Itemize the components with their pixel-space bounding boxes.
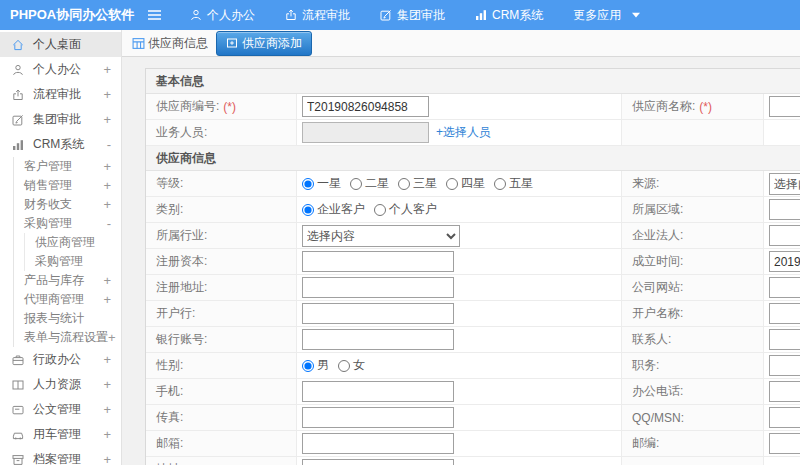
sidebar-item-workflow-approval[interactable]: 流程审批+: [0, 82, 121, 107]
level-radio-option[interactable]: 五星: [494, 175, 533, 192]
expand-icon[interactable]: +: [103, 377, 111, 392]
supplier-code-input[interactable]: [302, 96, 429, 117]
expand-icon[interactable]: +: [103, 402, 111, 417]
zip-code-input[interactable]: [769, 433, 800, 454]
sidebar-item-agent-mgmt[interactable]: 代理商管理+: [14, 290, 121, 309]
expand-icon[interactable]: +: [103, 62, 111, 77]
level-radio-option[interactable]: 四星: [446, 175, 485, 192]
registered-capital-input[interactable]: [302, 251, 454, 272]
level-radio-option[interactable]: 三星: [398, 175, 437, 192]
sidebar-item-form-flow-settings[interactable]: 表单与流程设置+: [14, 328, 121, 347]
top-navigation: 个人办公流程审批集团审批CRM系统更多应用: [175, 0, 655, 30]
collapse-icon[interactable]: -: [107, 137, 111, 152]
sidebar-item-reports-stats[interactable]: 报表与统计: [14, 309, 121, 328]
gender-radio[interactable]: [338, 360, 350, 372]
bank-branch-input[interactable]: [302, 303, 454, 324]
gender-radio-option[interactable]: 男: [302, 357, 329, 374]
fax-input[interactable]: [302, 407, 454, 428]
expand-icon[interactable]: +: [103, 112, 111, 127]
topnav-item-workflow-approval[interactable]: 流程审批: [270, 0, 365, 30]
sidebar-item-personal-office[interactable]: 个人办公+: [0, 57, 121, 82]
form-row: 类别:企业客户个人客户所属区域:: [146, 197, 800, 223]
choose-staff-link[interactable]: +选择人员: [436, 124, 491, 141]
legal-person-input[interactable]: [769, 225, 800, 246]
category-radio-option[interactable]: 企业客户: [302, 201, 365, 218]
fax-label: 传真:: [146, 405, 296, 430]
sidebar-item-purchasing-mgmt[interactable]: 采购管理: [25, 252, 121, 271]
qq-msn-input[interactable]: [769, 407, 800, 428]
sidebar-item-archive-mgmt[interactable]: 档案管理+: [0, 447, 121, 465]
required-marker: (*): [223, 100, 236, 114]
radio-label: 男: [317, 357, 329, 374]
office-phone-input[interactable]: [769, 381, 800, 402]
topnav-item-crm-system[interactable]: CRM系统: [460, 0, 558, 30]
legal-person-label: 企业法人:: [621, 223, 763, 248]
expand-icon[interactable]: +: [103, 273, 111, 288]
mobile-input[interactable]: [302, 381, 454, 402]
gender-radio[interactable]: [302, 360, 314, 372]
category-radio-option[interactable]: 个人客户: [374, 201, 437, 218]
field-label-text: 传真:: [156, 409, 183, 426]
sidebar-item-product-inventory[interactable]: 产品与库存+: [14, 271, 121, 290]
sidebar-item-hr[interactable]: 人力资源+: [0, 372, 121, 397]
business-staff-input[interactable]: [302, 122, 429, 143]
expand-icon[interactable]: +: [103, 178, 111, 193]
collapse-icon[interactable]: -: [107, 216, 111, 231]
form-row: 注册地址:公司网站:: [146, 275, 800, 301]
expand-icon[interactable]: +: [103, 87, 111, 102]
level-radio-option[interactable]: 一星: [302, 175, 341, 192]
field-label-text: 开户行:: [156, 305, 195, 322]
industry-select[interactable]: 选择内容: [302, 225, 460, 247]
category-radio[interactable]: [374, 204, 386, 216]
sidebar-item-purchase-mgmt[interactable]: 采购管理-: [14, 214, 121, 233]
sidebar-item-customer-mgmt[interactable]: 客户管理+: [14, 157, 121, 176]
category-radio[interactable]: [302, 204, 314, 216]
legal-person-field: [763, 223, 800, 248]
level-radio-option[interactable]: 二星: [350, 175, 389, 192]
topnav-item-group-approval[interactable]: 集团审批: [365, 0, 460, 30]
level-radio[interactable]: [494, 178, 506, 190]
address-input[interactable]: [302, 459, 454, 465]
sidebar-item-crm-system[interactable]: CRM系统-: [0, 132, 121, 157]
expand-icon[interactable]: +: [103, 452, 111, 465]
menu-toggle-icon[interactable]: [133, 9, 175, 21]
tab-supplier-info[interactable]: 供应商信息: [132, 35, 208, 52]
expand-icon[interactable]: +: [108, 330, 116, 345]
sidebar-item-vehicle-mgmt[interactable]: 用车管理+: [0, 422, 121, 447]
founding-date-label: 成立时间:: [621, 249, 763, 274]
sidebar-item-admin-office[interactable]: 行政办公+: [0, 347, 121, 372]
email-input[interactable]: [302, 433, 454, 454]
sidebar-item-personal-desktop[interactable]: 个人桌面: [0, 32, 121, 57]
level-radio[interactable]: [302, 178, 314, 190]
field-label-text: 成立时间:: [632, 253, 683, 270]
source-select[interactable]: 选择内容: [769, 173, 800, 195]
expand-icon[interactable]: +: [103, 427, 111, 442]
sidebar-item-group-approval[interactable]: 集团审批+: [0, 107, 121, 132]
topnav-item-personal-office[interactable]: 个人办公: [175, 0, 270, 30]
position-input[interactable]: [769, 355, 800, 376]
region-input[interactable]: [769, 199, 800, 220]
sidebar-item-document-mgmt[interactable]: 公文管理+: [0, 397, 121, 422]
sidebar-item-sales-mgmt[interactable]: 销售管理+: [14, 176, 121, 195]
founding-date-input[interactable]: [769, 251, 800, 272]
bank-account-input[interactable]: [302, 329, 454, 350]
tab-supplier-add[interactable]: 供应商添加: [216, 31, 312, 56]
company-website-input[interactable]: [769, 277, 800, 298]
expand-icon[interactable]: +: [103, 159, 111, 174]
form-row: 等级:一星二星三星四星五星来源:选择内容: [146, 171, 800, 197]
gender-radio-option[interactable]: 女: [338, 357, 365, 374]
sidebar-item-supplier-mgmt[interactable]: 供应商管理: [25, 233, 121, 252]
level-radio[interactable]: [350, 178, 362, 190]
expand-icon[interactable]: +: [103, 352, 111, 367]
supplier-name-input[interactable]: [769, 96, 800, 117]
registered-address-input[interactable]: [302, 277, 454, 298]
contact-person-input[interactable]: [769, 329, 800, 350]
topnav-item-more-apps[interactable]: 更多应用: [558, 0, 655, 30]
account-name-input[interactable]: [769, 303, 800, 324]
expand-icon[interactable]: +: [103, 197, 111, 212]
car-icon: [12, 429, 27, 441]
sidebar-item-finance-mgmt[interactable]: 财务收支+: [14, 195, 121, 214]
expand-icon[interactable]: +: [103, 292, 111, 307]
level-radio[interactable]: [446, 178, 458, 190]
level-radio[interactable]: [398, 178, 410, 190]
